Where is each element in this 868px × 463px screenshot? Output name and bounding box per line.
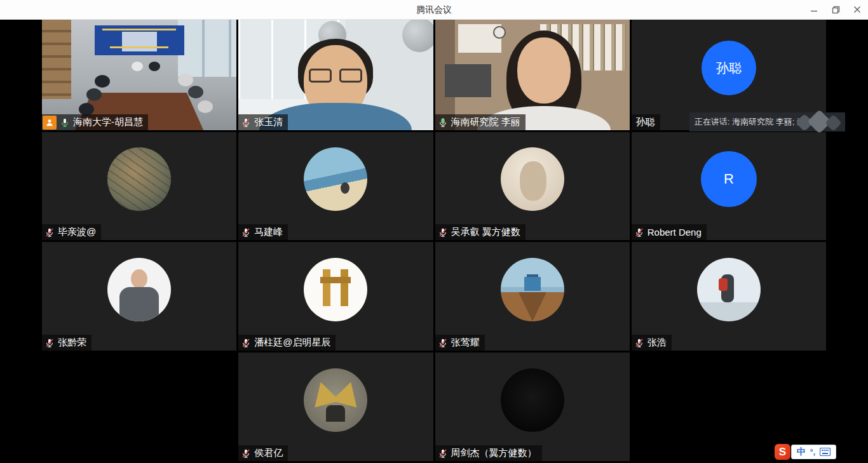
participant-name: 张浩	[648, 337, 667, 349]
decor	[110, 46, 168, 48]
window-controls	[803, 0, 868, 19]
participant-label: 吴承叡 翼方健数	[435, 224, 526, 240]
titlebar: 腾讯会议	[0, 0, 868, 20]
participant-name: 孙聪	[636, 116, 655, 128]
ime-language-toggle[interactable]: 中	[797, 446, 806, 458]
participant-label: 海南研究院 李丽	[435, 114, 526, 130]
ime-tray: S 中 °,	[775, 444, 836, 460]
participant-label: 张浩	[632, 335, 672, 351]
avatar	[304, 147, 367, 211]
window-title: 腾讯会议	[416, 0, 452, 19]
video-tile[interactable]: 张莺耀	[435, 242, 630, 351]
video-grid: 海南大学-胡昌慧	[42, 20, 826, 461]
mic-muted-icon	[44, 338, 55, 348]
video-tile[interactable]: 张黔荣	[42, 242, 236, 351]
decor	[178, 20, 236, 77]
sogou-logo-icon[interactable]: S	[775, 444, 790, 460]
decor	[122, 32, 157, 51]
restore-button[interactable]	[825, 0, 846, 19]
mic-muted-icon	[241, 338, 251, 348]
participant-label: 张莺耀	[435, 335, 485, 351]
decor	[42, 20, 71, 99]
speaking-indicator: 正在讲话: 海南研究院 李丽; 海...	[689, 112, 845, 131]
participant-label: 毕亲波@	[42, 224, 101, 240]
mic-on-icon	[60, 117, 70, 128]
video-tile[interactable]: 海南研究院 李丽	[435, 20, 630, 130]
participant-name: 海南研究院 李丽	[451, 116, 520, 128]
decor	[79, 103, 94, 116]
participant-name: 潘柱廷@启明星辰	[254, 337, 330, 349]
participant-label: 马建峰	[238, 224, 288, 240]
app-window: 腾讯会议	[0, 0, 868, 463]
close-button[interactable]	[846, 0, 868, 19]
avatar: 孙聪	[702, 41, 756, 95]
decor	[339, 69, 362, 83]
participant-label: 潘柱廷@启明星辰	[238, 335, 336, 351]
participant-name: 马建峰	[254, 226, 283, 238]
speaking-indicator-text: 正在讲话: 海南研究院 李丽; 海...	[695, 116, 812, 128]
video-feed	[42, 20, 236, 130]
video-tile[interactable]: 吴承叡 翼方健数	[435, 132, 630, 240]
avatar	[501, 147, 564, 211]
avatar	[697, 258, 761, 321]
participant-label: 张玉清	[238, 114, 288, 130]
decor	[95, 75, 110, 88]
participant-name: 张玉清	[254, 116, 283, 128]
avatar	[304, 368, 367, 432]
video-tile[interactable]: 毕亲波@	[42, 132, 236, 240]
participant-name: 海南大学-胡昌慧	[73, 116, 143, 128]
participant-label: Robert Deng	[632, 224, 707, 240]
ime-punctuation-toggle[interactable]: °,	[810, 448, 815, 457]
decor	[517, 37, 571, 104]
participant-label: 海南大学-胡昌慧	[42, 114, 148, 130]
participant-label: 侯君亿	[238, 445, 288, 461]
participant-name: 周剑杰（翼方健数）	[451, 447, 537, 459]
video-tile[interactable]: 海南大学-胡昌慧	[42, 20, 236, 130]
video-tile[interactable]: 张玉清	[238, 20, 433, 130]
participant-name: 毕亲波@	[58, 226, 96, 238]
participant-name: 张黔荣	[58, 337, 86, 349]
avatar	[304, 258, 367, 321]
mic-muted-icon	[438, 448, 448, 459]
video-tile[interactable]: 张浩	[632, 242, 826, 351]
minimize-button[interactable]	[803, 0, 825, 19]
decor	[309, 69, 332, 83]
video-tile[interactable]: R Robert Deng	[632, 132, 826, 240]
decor	[198, 100, 213, 113]
mic-muted-icon	[634, 227, 644, 238]
decor	[102, 29, 176, 30]
decor	[149, 62, 160, 71]
avatar	[501, 258, 564, 321]
close-icon	[853, 6, 861, 13]
decor	[178, 74, 193, 86]
participant-label: 周剑杰（翼方健数）	[435, 445, 542, 461]
participant-label: 孙聪	[632, 114, 660, 130]
avatar	[107, 258, 171, 321]
mic-muted-icon	[438, 338, 448, 348]
mic-muted-icon	[634, 338, 644, 348]
decor	[188, 86, 203, 98]
ime-bar: 中 °,	[791, 445, 836, 459]
video-tile[interactable]: 周剑杰（翼方健数）	[435, 352, 630, 461]
avatar	[107, 147, 171, 211]
video-tile[interactable]: 潘柱廷@启明星辰	[238, 242, 433, 351]
mic-muted-icon	[438, 227, 448, 238]
minimize-icon	[810, 6, 818, 13]
person-badge-icon	[43, 116, 57, 130]
toast-graphic	[796, 110, 844, 134]
meeting-stage: 海南大学-胡昌慧	[0, 20, 868, 463]
avatar: R	[701, 151, 757, 207]
restore-icon	[832, 6, 840, 14]
participant-name: Robert Deng	[648, 227, 702, 238]
participant-name: 侯君亿	[254, 447, 283, 459]
keyboard-icon[interactable]	[820, 448, 831, 456]
decor	[402, 20, 433, 52]
decor	[445, 64, 492, 97]
mic-speaking-icon	[438, 117, 448, 128]
decor	[132, 62, 143, 71]
video-tile[interactable]: 马建峰	[238, 132, 433, 240]
video-tile[interactable]: 侯君亿	[238, 352, 433, 461]
video-feed	[435, 20, 630, 130]
mic-muted-icon	[44, 227, 55, 238]
decor	[493, 26, 506, 39]
